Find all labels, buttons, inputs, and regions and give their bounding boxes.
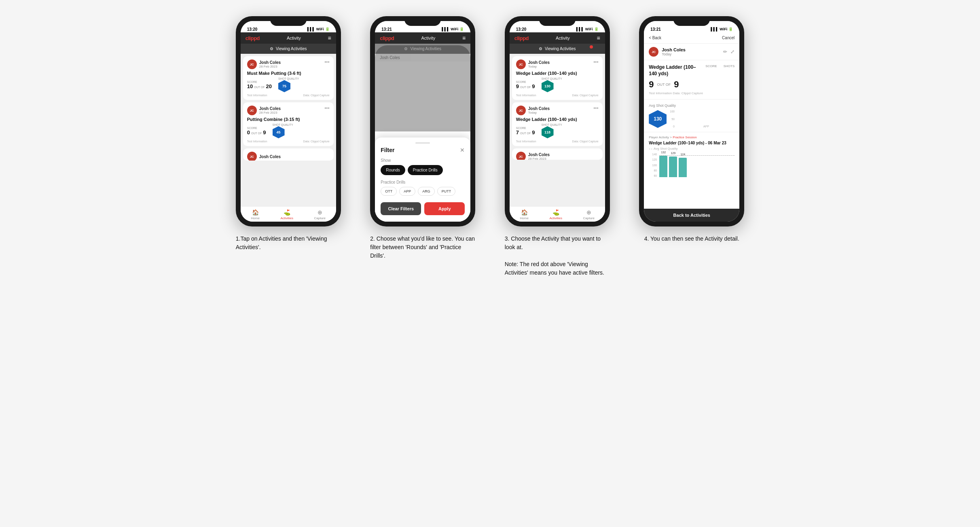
show-filter-buttons: Rounds Practice Drills	[381, 165, 465, 175]
practice-drills-button[interactable]: Practice Drills	[408, 165, 443, 175]
detail-activity-section: Wedge Ladder (100–140 yds) Score Shots 9…	[644, 60, 739, 99]
wifi-icon-2: WiFi	[451, 27, 458, 31]
activity-card-3b[interactable]: JC Josh Coles Today ••• Wedge Ladder (10…	[512, 102, 603, 146]
score-value-1: 10	[247, 83, 253, 89]
avatar-3b: JC	[516, 106, 526, 115]
nav-bar-2: clippd Activity ≡	[375, 32, 470, 44]
activity-card-1[interactable]: JC Josh Coles 28 Feb 2023 ••• Must Make …	[243, 56, 334, 100]
data-source-3a: Data: Clippd Capture	[572, 94, 598, 97]
filter-close-btn[interactable]: ✕	[460, 147, 465, 153]
practice-session-label: Practice Session	[673, 135, 697, 139]
card-footer-3b: Test Information Data: Clippd Capture	[516, 140, 599, 143]
activity-card-2[interactable]: JC Josh Coles 28 Feb 2023 ••• Putting Co…	[243, 102, 334, 146]
detail-score: 9	[649, 79, 654, 90]
y-60: 60	[649, 174, 657, 177]
avatar-3c: JC	[516, 152, 526, 160]
nav-activities-1[interactable]: ⛳ Activities	[280, 209, 293, 220]
quality-hexagon-3a: 130	[542, 80, 554, 92]
signal-icon-4: ▌▌▌	[711, 27, 718, 31]
status-icons-4: ▌▌▌ WiFi 🔋	[711, 27, 733, 31]
stat-group-quality-2: Shot Quality 45	[273, 123, 293, 138]
nav-activities-label-3: Activities	[549, 216, 562, 220]
phone-notch-2	[404, 16, 441, 26]
rounds-button[interactable]: Rounds	[381, 165, 405, 175]
out-of-3b: OUT OF	[520, 132, 531, 135]
viewing-activities-bar-1[interactable]: ⚙ Viewing Activities	[241, 44, 336, 54]
logo-3: clippd	[514, 35, 529, 41]
caption-4: 4. You can then see the Activity detail.	[644, 235, 739, 243]
three-dots-1[interactable]: •••	[324, 59, 330, 65]
card-header-3c: JC Josh Coles 28 Feb 2023	[516, 152, 599, 160]
red-dot-3	[590, 45, 593, 49]
nav-home-1[interactable]: 🏠 Home	[251, 209, 260, 220]
stat-inline-1: 10 OUT OF 20	[247, 83, 272, 89]
wifi-icon-4: WiFi	[720, 27, 727, 31]
tag-app[interactable]: APP	[399, 187, 415, 196]
phone-inner-2: 13:21 ▌▌▌ WiFi 🔋 clippd Activity ≡ ⚙	[375, 21, 470, 222]
nav-home-3[interactable]: 🏠 Home	[520, 209, 529, 220]
three-dots-3a[interactable]: •••	[593, 59, 599, 65]
menu-icon-3[interactable]: ≡	[597, 35, 600, 41]
data-source-1: Data: Clippd Capture	[303, 94, 329, 97]
chart-x-label: APP	[678, 125, 734, 128]
nav-capture-3[interactable]: ⊕ Capture	[583, 209, 594, 220]
logo-2: clippd	[380, 35, 394, 41]
stats-row-1: Score 10 OUT OF 20 Shot Quality 75	[247, 77, 330, 92]
viewing-activities-label-1: Viewing Activities	[276, 47, 307, 51]
status-time-4: 13:21	[650, 27, 661, 32]
detail-user-date: Today	[662, 52, 686, 56]
avatar-4: JC	[649, 47, 658, 57]
nav-capture-1[interactable]: ⊕ Capture	[314, 209, 325, 220]
detail-header: < Back Cancel	[644, 32, 739, 44]
three-dots-2[interactable]: •••	[324, 106, 330, 111]
tag-putt[interactable]: PUTT	[437, 187, 456, 196]
user-details-2: Josh Coles 28 Feb 2023	[259, 106, 281, 114]
scroll-area-3: JC Josh Coles Today ••• Wedge Ladder (10…	[510, 54, 605, 206]
quality-group-3b: Shot Quality 118	[542, 123, 562, 138]
edit-icon[interactable]: ✏	[723, 49, 727, 55]
mini-chart-wrapper: 140 120 100 80 60 132 129	[649, 153, 734, 177]
stat-inline-3b: 7 OUT OF 9	[516, 129, 535, 135]
stat-group-score-1: Score 10 OUT OF 20	[247, 80, 272, 89]
scroll-area-1: JC Josh Coles 28 Feb 2023 ••• Must Make …	[241, 54, 336, 206]
y-140: 140	[649, 153, 657, 156]
nav-activities-3[interactable]: ⛳ Activities	[549, 209, 562, 220]
expand-icon[interactable]: ⤢	[730, 49, 734, 55]
out-of-1: OUT OF	[254, 86, 265, 89]
user-name-2: Josh Coles	[259, 106, 281, 111]
clear-filters-button[interactable]: Clear Filters	[381, 202, 421, 215]
shots-col-label: Shots	[724, 64, 735, 68]
detail-title-row: Wedge Ladder (100–140 yds) Score Shots	[649, 64, 734, 77]
tag-arg[interactable]: ARG	[418, 187, 435, 196]
bottom-nav-1: 🏠 Home ⛳ Activities ⊕ Capture	[241, 206, 336, 222]
status-time-1: 13:20	[247, 27, 258, 32]
viewing-activities-bar-3[interactable]: ⚙ Viewing Activities	[510, 44, 605, 54]
filter-icon-3: ⚙	[539, 47, 542, 51]
phone-notch-1	[270, 16, 307, 26]
dashed-avg-line	[659, 155, 734, 156]
apply-button[interactable]: Apply	[424, 202, 465, 215]
test-info-2: Test Information	[247, 140, 267, 143]
score-3b: 7	[516, 129, 519, 135]
detail-test-info: Test Information	[649, 91, 672, 95]
activity-card-3a[interactable]: JC Josh Coles Today ••• Wedge Ladder (10…	[512, 56, 603, 100]
cancel-button[interactable]: Cancel	[722, 36, 734, 40]
back-to-activities-button[interactable]: Back to Activities	[644, 209, 739, 222]
user-info-2: JC Josh Coles 28 Feb 2023	[247, 106, 281, 115]
test-info-3a: Test Information	[516, 94, 536, 97]
score-3a: 9	[516, 83, 519, 89]
menu-icon-2[interactable]: ≡	[462, 35, 466, 41]
logo-1: clippd	[246, 35, 260, 41]
home-icon-1: 🏠	[252, 209, 259, 216]
detail-data-capture: Data: Clippd Capture	[673, 91, 703, 95]
tag-ott[interactable]: OTT	[381, 187, 397, 196]
quality-label-3a: Shot Quality	[542, 77, 562, 80]
data-source-3b: Data: Clippd Capture	[572, 140, 598, 143]
back-button[interactable]: < Back	[649, 36, 661, 40]
three-dots-3b[interactable]: •••	[593, 106, 599, 111]
caption-3b: Note: The red dot above 'Viewing Activit…	[505, 261, 604, 276]
show-label: Show	[381, 158, 465, 163]
stat-group-quality-1: Shot Quality 75	[278, 77, 299, 92]
bottom-nav-3: 🏠 Home ⛳ Activities ⊕ Capture	[510, 206, 605, 222]
menu-icon-1[interactable]: ≡	[328, 35, 331, 41]
